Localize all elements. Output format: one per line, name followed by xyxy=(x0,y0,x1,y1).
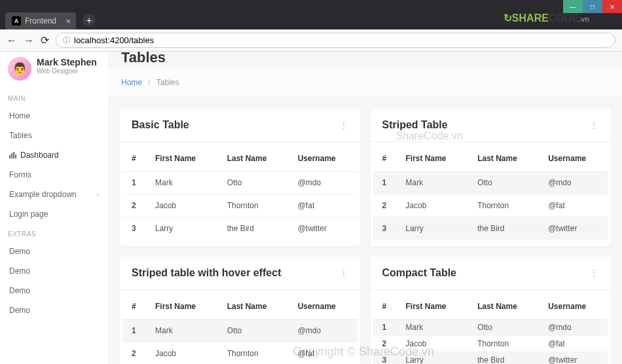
card-title: Basic Table xyxy=(132,119,189,131)
nav-example-dropdown[interactable]: Example dropdown ‹ xyxy=(0,185,108,204)
sidebar: 👨 Mark Stephen Web Designer MAIN Home Ta… xyxy=(0,52,108,364)
page-title: Tables xyxy=(121,52,166,66)
breadcrumb-sep: / xyxy=(148,78,150,87)
card-menu-icon[interactable]: ⋮ xyxy=(589,268,598,278)
basic-table: # First Name Last Name Username 1MarkOtt… xyxy=(122,146,357,240)
card-compact-table: Compact Table ⋮ # First Name Last Name U… xyxy=(371,257,611,364)
address-bar: ← → ⟳ ⓘ localhost:4200/tables ↻SHARECODE… xyxy=(0,29,622,52)
section-extras: EXTRAS xyxy=(0,224,108,242)
hover-table: # First Name Last Name Username 1MarkOtt… xyxy=(122,294,357,364)
card-menu-icon[interactable]: ⋮ xyxy=(339,120,348,130)
tab-favicon: A xyxy=(12,16,21,26)
minimize-button[interactable]: — xyxy=(563,0,583,13)
card-menu-icon[interactable]: ⋮ xyxy=(589,120,598,130)
nav-forms[interactable]: Forms xyxy=(0,165,108,185)
card-title: Compact Table xyxy=(382,267,457,279)
nav-demo-3[interactable]: Demo xyxy=(0,281,108,300)
chevron-left-icon: ‹ xyxy=(97,191,99,198)
table-row: 1MarkOtto@mdo xyxy=(122,319,357,342)
nav-login[interactable]: Login page xyxy=(0,204,108,224)
table-row: 2JacobThornton@fat xyxy=(373,194,608,217)
breadcrumb: Home / Tables xyxy=(108,69,622,97)
table-row: 3Larrythe Bird@twitter xyxy=(373,352,608,365)
main-content: Tables Home / Tables Basic Table ⋮ # Fir… xyxy=(108,52,622,364)
card-striped-table: Striped Table ⋮ # First Name Last Name U… xyxy=(371,109,611,246)
section-main: MAIN xyxy=(0,88,108,106)
striped-table: # First Name Last Name Username 1MarkOtt… xyxy=(373,146,608,240)
new-tab-button[interactable]: + xyxy=(82,14,96,27)
chart-icon xyxy=(9,152,16,158)
user-name: Mark Stephen xyxy=(37,57,97,67)
back-button[interactable]: ← xyxy=(7,35,17,46)
card-title: Striped Table xyxy=(382,119,448,131)
reload-button[interactable]: ⟳ xyxy=(41,34,49,46)
card-title: Striped table with hover effect xyxy=(132,267,281,279)
nav-demo-2[interactable]: Demo xyxy=(0,261,108,281)
table-row: 3Larrythe Bird@twitter xyxy=(373,217,608,240)
url-input[interactable]: ⓘ localhost:4200/tables xyxy=(56,33,615,48)
card-basic-table: Basic Table ⋮ # First Name Last Name Use… xyxy=(120,109,360,246)
nav-demo-4[interactable]: Demo xyxy=(0,300,108,320)
window-controls: — □ ✕ xyxy=(563,0,622,13)
card-menu-icon[interactable]: ⋮ xyxy=(339,268,348,278)
sharecode-logo: ↻SHARECODE.vn xyxy=(503,12,589,24)
browser-tab[interactable]: A Frontend × xyxy=(5,12,76,29)
table-row: 2JacobThornton@fat xyxy=(122,194,357,217)
forward-button[interactable]: → xyxy=(24,35,34,46)
compact-table: # First Name Last Name Username 1MarkOtt… xyxy=(373,294,608,364)
table-row: 3Larrythe Bird@twitter xyxy=(122,217,357,240)
maximize-button[interactable]: □ xyxy=(583,0,602,13)
avatar: 👨 xyxy=(8,57,31,81)
table-row: 1MarkOtto@mdo xyxy=(122,172,357,194)
nav-demo-1[interactable]: Demo xyxy=(0,242,108,261)
user-role: Web Designer xyxy=(37,67,97,75)
nav-home[interactable]: Home xyxy=(0,106,108,126)
table-row: 2JacobThornton@fat xyxy=(122,342,357,365)
tab-title: Frontend xyxy=(25,16,56,26)
table-row: 1MarkOtto@mdo xyxy=(373,172,608,194)
window-close-button[interactable]: ✕ xyxy=(602,0,622,13)
table-row: 1MarkOtto@mdo xyxy=(373,319,608,336)
table-row: 2JacobThornton@fat xyxy=(373,336,608,352)
nav-dashboard[interactable]: Dashboard xyxy=(0,145,108,165)
breadcrumb-home[interactable]: Home xyxy=(121,78,142,87)
user-block: 👨 Mark Stephen Web Designer xyxy=(0,52,108,88)
url-text: localhost:4200/tables xyxy=(74,35,154,45)
nav-tables[interactable]: Tables xyxy=(0,126,108,145)
info-icon: ⓘ xyxy=(63,35,70,45)
breadcrumb-current: Tables xyxy=(156,78,179,87)
card-hover-table: Striped table with hover effect ⋮ # Firs… xyxy=(120,257,360,364)
close-icon[interactable]: × xyxy=(65,16,71,26)
